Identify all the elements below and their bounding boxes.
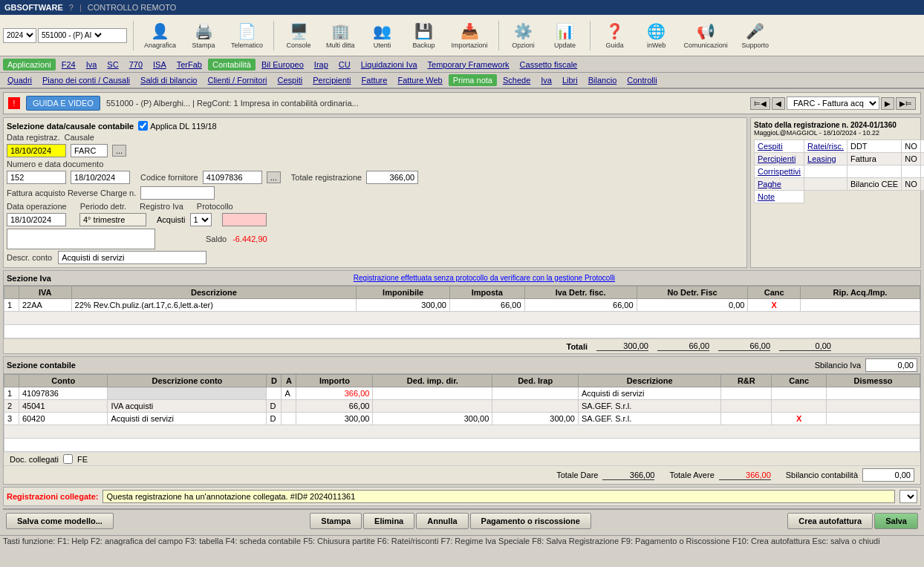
alert-icon[interactable]: ! (8, 97, 20, 109)
menu-iva[interactable]: Iva (82, 59, 102, 71)
sub-fatture[interactable]: Fatture (357, 74, 392, 86)
importazioni-button[interactable]: 📥 Importazioni (447, 21, 492, 50)
menu-contabilita[interactable]: Contabilità (208, 59, 256, 71)
totale-reg-input[interactable] (366, 171, 418, 184)
descr-conto-input[interactable] (58, 251, 206, 264)
salva-modello-button[interactable]: Salva come modello... (6, 513, 114, 529)
nav-last-button[interactable]: ▶⊨ (896, 97, 916, 110)
stato-corrispettivi[interactable]: Corrispettivi (758, 167, 801, 176)
causale-input[interactable] (71, 144, 108, 157)
nav-first-button[interactable]: ⊨◀ (750, 97, 770, 110)
numero-input[interactable] (7, 171, 66, 184)
menu-isa[interactable]: ISA (149, 59, 171, 71)
sub-cespiti[interactable]: Cespiti (273, 74, 308, 86)
menu-temporary-framework[interactable]: Temporary Framework (423, 59, 514, 71)
supporto-button[interactable]: 🎤 Supporto (737, 21, 774, 50)
stato-cespiti[interactable]: Cespiti (758, 142, 783, 151)
iva-row1-no-detr: 0,00 (637, 299, 748, 312)
account-dropdown[interactable]: 551000 - (P) AI (38, 28, 127, 43)
stampa-button[interactable]: 🖨️ Stampa (185, 21, 222, 50)
menu-bil-europeo[interactable]: Bil Europeo (257, 59, 308, 71)
console-button[interactable]: 🖥️ Console (280, 21, 317, 50)
multiditta-button[interactable]: 🏢 Multi ditta (322, 21, 359, 50)
reg-collegate-input[interactable] (103, 490, 895, 503)
sep1 (133, 21, 134, 50)
sub-schede[interactable]: Schede (498, 74, 535, 86)
sub-iva[interactable]: Iva (536, 74, 556, 86)
reg-collegate-dropdown[interactable] (899, 490, 917, 503)
pagamento-button[interactable]: Pagamento o riscossione (470, 513, 591, 529)
inweb-button[interactable]: 🌐 inWeb (638, 21, 675, 50)
menu-770[interactable]: 770 (125, 59, 147, 71)
causale-selector[interactable]: FARC - Fattura acq (787, 96, 879, 110)
opzioni-button[interactable]: ⚙️ Opzioni (505, 21, 542, 50)
guide-video-button[interactable]: GUIDA E VIDEO (26, 96, 100, 111)
stampa-button-bottom[interactable]: Stampa (310, 513, 362, 529)
sub-piano-conti[interactable]: Piano dei conti / Causali (38, 74, 134, 86)
form-section: Selezione data/causale contabile Applica… (3, 117, 747, 268)
causale-browse-button[interactable]: ... (112, 145, 126, 157)
nav-prev-button[interactable]: ◀ (772, 97, 785, 110)
cont-row-2: 2 45041 IVA acquisti D 66,00 SA.GEF. S.r… (4, 400, 920, 413)
sub-saldi[interactable]: Saldi di bilancio (136, 74, 201, 86)
menu-liquidazioni-iva[interactable]: Liquidazioni Iva (357, 59, 422, 71)
registro-iva-select[interactable]: 1 (190, 213, 212, 226)
data-registraz-label: Data registraz. (7, 133, 60, 142)
reg-collegate-row: Registrazioni collegate: (3, 487, 921, 506)
fornitore-browse-button[interactable]: ... (267, 171, 281, 183)
stato-paghe[interactable]: Paghe (758, 180, 781, 189)
comunicazioni-button[interactable]: 📢 Comunicazioni (680, 21, 732, 50)
data-doc-input[interactable] (71, 171, 130, 184)
stato-percipienti[interactable]: Percipienti (758, 154, 796, 163)
sub-controlli[interactable]: Controlli (622, 74, 661, 86)
menu-f24[interactable]: F24 (57, 59, 80, 71)
stato-note[interactable]: Note (758, 192, 775, 201)
crea-autofattura-button[interactable]: Crea autofattura (787, 513, 873, 529)
menu-irap[interactable]: Irap (310, 59, 333, 71)
salva-button[interactable]: Salva (874, 513, 918, 529)
elimina-button[interactable]: Elimina (363, 513, 414, 529)
utenti-button[interactable]: 👥 Utenti (364, 21, 401, 50)
sbilancio-cont-input[interactable] (862, 468, 914, 482)
menu-cassetto-fiscale[interactable]: Cassetto fiscale (515, 59, 582, 71)
sep2 (273, 21, 274, 50)
doc-collegate-checkbox[interactable] (63, 454, 73, 464)
menu-sc[interactable]: SC (103, 59, 123, 71)
sub-clienti-fornitori[interactable]: Clienti / Fornitori (203, 74, 271, 86)
totali-iva-detr: 66,00 (718, 341, 770, 351)
applica-dl-checkbox-label[interactable]: Applica DL 119/18 (138, 121, 217, 131)
anagrafica-button[interactable]: 👤 Anagrafica (140, 21, 180, 50)
sub-fatture-web[interactable]: Fatture Web (393, 74, 446, 86)
protocollo-input[interactable] (222, 213, 267, 226)
sub-quadri[interactable]: Quadri (3, 74, 36, 86)
fattura-input[interactable] (140, 186, 215, 200)
iva-row1-imponibile: 300,00 (357, 299, 450, 312)
stato-ratei[interactable]: Ratei/risc. (807, 142, 844, 151)
year-dropdown[interactable]: 2024 (3, 28, 36, 43)
applica-dl-checkbox[interactable] (138, 121, 148, 131)
sub-bilancio[interactable]: Bilancio (584, 74, 622, 86)
data-op-input[interactable] (7, 213, 66, 226)
menu-applicazioni[interactable]: Applicazioni (3, 59, 56, 71)
stato-leasing[interactable]: Leasing (807, 154, 836, 163)
warning-link[interactable]: Registrazione effettuata senza protocoll… (352, 272, 616, 284)
data-registraz-input[interactable] (7, 144, 66, 157)
periodo-detr-input (79, 213, 146, 226)
sub-libri[interactable]: Libri (558, 74, 582, 86)
backup-button[interactable]: 💾 Backup (406, 21, 443, 50)
telematico-button[interactable]: 📄 Telematico (227, 21, 267, 50)
cont-r3-canc[interactable]: X (772, 413, 827, 425)
nav-next-button[interactable]: ▶ (881, 97, 894, 110)
update-button[interactable]: 📊 Update (547, 21, 584, 50)
iva-row1-canc[interactable]: X (748, 299, 801, 312)
cont-r1-d (267, 387, 282, 400)
codice-fornitore-input[interactable] (203, 171, 262, 184)
menu-terfab[interactable]: TerFab (172, 59, 206, 71)
guida-button[interactable]: ❓ Guida (596, 21, 634, 50)
menu-cu[interactable]: CU (334, 59, 355, 71)
annulla-button[interactable]: Annulla (416, 513, 468, 529)
sbilancio-iva-input[interactable] (865, 358, 917, 372)
help-icon[interactable]: ? (69, 3, 74, 12)
sub-prima-nota[interactable]: Prima nota (449, 74, 497, 86)
sub-percipienti[interactable]: Percipienti (308, 74, 355, 86)
